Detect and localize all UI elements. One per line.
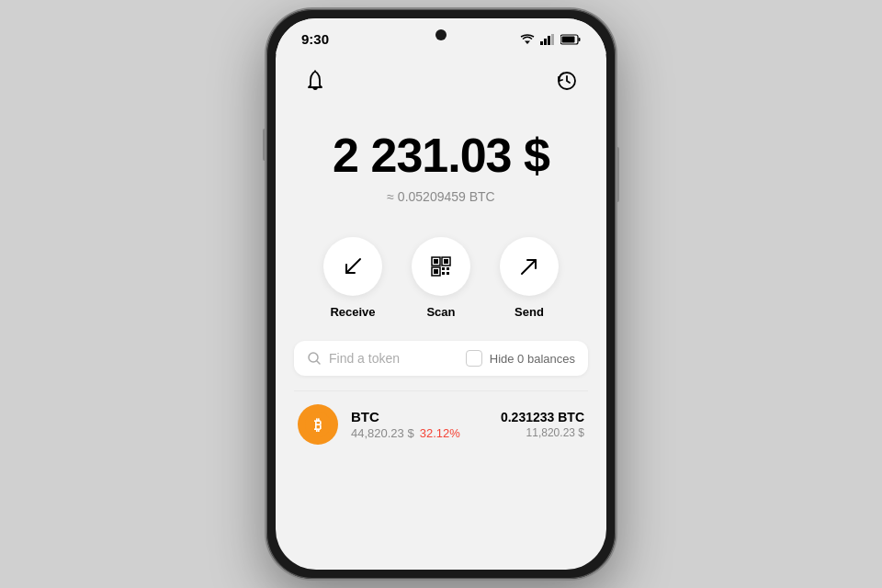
search-bar: Find a token Hide 0 balances xyxy=(294,341,588,376)
svg-rect-19 xyxy=(442,272,445,275)
scan-label: Scan xyxy=(426,305,455,319)
token-symbol: BTC xyxy=(351,409,488,424)
send-icon xyxy=(516,254,542,279)
signal-icon xyxy=(540,34,555,45)
btc-info: BTC 44,820.23 $ 32.12% xyxy=(351,409,488,440)
send-action[interactable]: Send xyxy=(500,237,559,319)
list-item[interactable]: ₿ BTC 44,820.23 $ 32.12% 0.231233 xyxy=(294,390,588,452)
svg-rect-17 xyxy=(442,267,445,270)
status-time: 9:30 xyxy=(301,31,329,47)
svg-rect-3 xyxy=(548,36,550,45)
receive-action[interactable]: Receive xyxy=(323,237,382,319)
receive-icon xyxy=(340,254,366,279)
balance-section: 2 231.03 $ ≈ 0.05209459 BTC xyxy=(294,111,588,219)
svg-text:₿: ₿ xyxy=(314,417,322,433)
svg-rect-1 xyxy=(540,41,543,45)
svg-rect-4 xyxy=(551,34,554,45)
svg-rect-12 xyxy=(434,259,438,264)
svg-line-23 xyxy=(317,361,320,364)
bitcoin-logo: ₿ xyxy=(305,412,331,437)
qr-icon xyxy=(428,254,454,279)
camera-notch xyxy=(435,29,447,40)
svg-line-10 xyxy=(346,259,360,273)
history-icon xyxy=(556,70,578,92)
scan-action[interactable]: Scan xyxy=(412,237,470,319)
svg-marker-0 xyxy=(525,40,530,44)
top-nav xyxy=(294,54,588,111)
svg-rect-18 xyxy=(447,267,449,270)
wifi-icon xyxy=(520,34,535,45)
actions: Receive xyxy=(294,219,588,341)
notification-button[interactable] xyxy=(298,63,333,98)
token-list: ₿ BTC 44,820.23 $ 32.12% 0.231233 xyxy=(294,390,588,452)
battery-icon xyxy=(560,34,581,45)
receive-button[interactable] xyxy=(323,237,382,296)
svg-rect-14 xyxy=(444,259,448,264)
svg-rect-20 xyxy=(447,272,449,275)
token-balance: 0.231233 BTC 11,820.23 $ xyxy=(501,410,584,439)
svg-rect-7 xyxy=(562,36,575,42)
token-change: 32.12% xyxy=(420,426,460,440)
search-icon xyxy=(307,351,322,366)
svg-rect-6 xyxy=(579,38,581,41)
hide-balances-checkbox[interactable] xyxy=(466,350,482,367)
balance-amount: 2 231.03 $ xyxy=(333,130,549,182)
hide-balances-toggle[interactable]: Hide 0 balances xyxy=(466,350,575,367)
history-button[interactable] xyxy=(549,63,584,98)
bell-icon xyxy=(305,70,325,92)
token-price-row: 44,820.23 $ 32.12% xyxy=(351,426,488,440)
svg-rect-16 xyxy=(434,269,438,274)
svg-line-21 xyxy=(522,260,536,274)
search-placeholder: Find a token xyxy=(329,351,400,366)
send-label: Send xyxy=(514,305,544,319)
hide-balances-label: Hide 0 balances xyxy=(490,352,575,366)
btc-icon: ₿ xyxy=(298,404,338,445)
svg-rect-2 xyxy=(544,39,547,45)
scan-button[interactable] xyxy=(412,237,470,296)
receive-label: Receive xyxy=(330,305,375,319)
token-value: 11,820.23 $ xyxy=(501,426,584,439)
status-icons xyxy=(520,34,581,45)
token-price: 44,820.23 $ xyxy=(351,426,414,440)
token-change-value: 32.12% xyxy=(420,426,460,440)
token-amount: 0.231233 BTC xyxy=(501,410,584,424)
search-input-area[interactable]: Find a token xyxy=(307,351,466,366)
balance-btc: ≈ 0.05209459 BTC xyxy=(387,189,494,204)
send-button[interactable] xyxy=(500,237,559,296)
